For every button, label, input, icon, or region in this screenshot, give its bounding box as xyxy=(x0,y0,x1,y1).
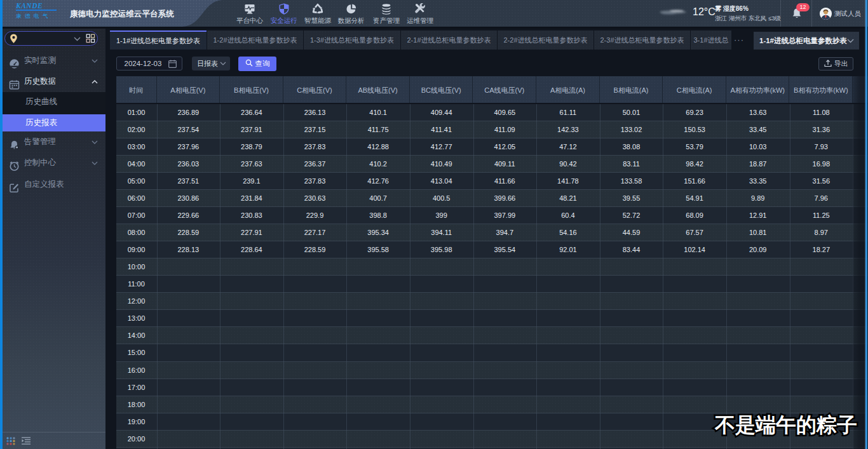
svg-text:不是端午的粽子: 不是端午的粽子 xyxy=(714,413,857,436)
